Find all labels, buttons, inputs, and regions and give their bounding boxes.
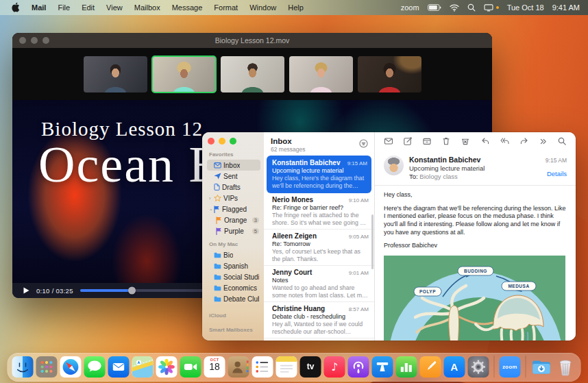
menu-item-file[interactable]: File: [58, 3, 70, 12]
reply-icon[interactable]: [480, 136, 490, 146]
search-icon[interactable]: [467, 3, 476, 12]
junk-icon[interactable]: [461, 136, 470, 146]
message-body: Hey class, Here's the diagram that we'll…: [375, 186, 576, 341]
screen-sharing-icon[interactable]: [484, 4, 493, 12]
message-row[interactable]: Darla Davidson8:55 AM Tomorrow's class A…: [264, 338, 374, 341]
message-row[interactable]: Aileen Zeigen9:05 AM Re: Tomorrow Yes, o…: [264, 230, 374, 266]
zoom-status-label[interactable]: zoom: [401, 3, 419, 12]
mail-toolbar: [375, 132, 576, 150]
archive-icon[interactable]: [422, 136, 432, 146]
details-link[interactable]: Details: [546, 170, 567, 177]
dock-icon-system-settings[interactable]: [468, 356, 489, 378]
dock-icon-podcasts[interactable]: [348, 356, 369, 378]
forward-icon[interactable]: [519, 136, 529, 146]
sidebar-section-favorites: Favorites: [209, 151, 260, 158]
dock-icon-finder[interactable]: [12, 356, 34, 378]
menu-item-view[interactable]: View: [106, 3, 123, 12]
get-mail-icon[interactable]: [384, 136, 393, 146]
dock-icon-pages[interactable]: [420, 356, 441, 378]
menu-item-mailbox[interactable]: Mailbox: [134, 3, 160, 12]
sidebar-folder-economics[interactable]: Economics: [207, 282, 260, 293]
menu-bar: Mail File Edit View Mailbox Message Form…: [0, 0, 588, 15]
sidebar-item-flag-orange[interactable]: Orange 3: [207, 214, 260, 225]
wifi-icon[interactable]: [450, 4, 459, 12]
reply-all-icon[interactable]: [500, 136, 510, 146]
dock-icon-downloads-folder[interactable]: [531, 356, 552, 378]
sidebar-item-flagged[interactable]: ⌄ Flagged: [207, 203, 260, 214]
more-toolbar-icon[interactable]: [539, 137, 548, 146]
play-icon[interactable]: [23, 284, 29, 297]
folder-icon: [214, 285, 221, 291]
sidebar-item-vips[interactable]: › VIPs: [207, 193, 260, 203]
filter-icon[interactable]: [359, 138, 368, 151]
participant-video-4[interactable]: [289, 56, 353, 92]
menu-item-app[interactable]: Mail: [32, 3, 46, 12]
dock-icon-app-store[interactable]: A: [444, 356, 465, 378]
dock-icon-safari[interactable]: [60, 356, 82, 378]
lifecycle-diagram-image[interactable]: POLYP BUDDING MEDUSA: [384, 256, 567, 341]
sidebar-folder-bio[interactable]: Bio: [207, 249, 260, 260]
menu-item-format[interactable]: Format: [214, 3, 238, 12]
dock-icon-trash[interactable]: [555, 356, 576, 378]
dock-icon-calendar[interactable]: OCT 18: [204, 356, 225, 378]
sidebar-item-flag-purple[interactable]: Purple 5: [207, 225, 260, 236]
menu-item-window[interactable]: Window: [249, 3, 276, 12]
search-icon[interactable]: [557, 136, 567, 146]
dock-icon-apple-tv[interactable]: tv: [300, 356, 321, 378]
sidebar-section-icloud[interactable]: iCloud: [209, 312, 260, 319]
sidebar-item-drafts[interactable]: Drafts: [207, 182, 260, 193]
video-call-strip: [12, 48, 492, 100]
participant-video-5[interactable]: [358, 56, 421, 92]
participant-video-2-active-speaker[interactable]: [152, 56, 216, 92]
dock-icon-music[interactable]: ♪: [324, 356, 345, 378]
dock-icon-numbers[interactable]: [396, 356, 417, 378]
message-row[interactable]: Jenny Court9:01 AM Notes Wanted to go ah…: [264, 266, 374, 302]
message-list-header: Inbox 62 messages: [264, 132, 374, 156]
sidebar-folder-spanish[interactable]: Spanish: [207, 260, 260, 271]
tv-label: tv: [300, 356, 321, 378]
delete-icon[interactable]: [441, 136, 451, 146]
sender-avatar[interactable]: [384, 156, 404, 175]
menu-item-edit[interactable]: Edit: [82, 3, 95, 12]
dock-icon-keynote[interactable]: [372, 356, 393, 378]
flag-orange-icon: [216, 217, 222, 224]
scrollbar-thumb[interactable]: [371, 214, 373, 269]
dock-icon-contacts[interactable]: [228, 356, 249, 378]
dock-icon-messages[interactable]: [84, 356, 106, 378]
progress-knob[interactable]: [128, 287, 136, 295]
chevron-down-icon[interactable]: ⌄: [209, 206, 214, 212]
dock-icon-maps[interactable]: [132, 356, 154, 378]
dock-icon-photos[interactable]: [156, 356, 177, 378]
mail-sidebar: Favorites Inbox Sent Drafts › VIPs: [202, 132, 264, 341]
menu-item-help[interactable]: Help: [288, 3, 304, 12]
message-row[interactable]: Nerio Mones9:10 AM Re: Fringe or barrier…: [264, 193, 374, 230]
message-detail-pane: Konstantin Babichev Upcoming lecture mat…: [375, 132, 576, 341]
calendar-day: 18: [204, 361, 225, 372]
message-row-selected[interactable]: Konstantin Babichev9:15 AM Upcoming lect…: [267, 156, 371, 193]
dock-icon-notes[interactable]: [276, 356, 297, 378]
video-window-title: Biology Lesson 12.mov: [12, 36, 492, 45]
battery-icon[interactable]: [428, 4, 441, 11]
menubar-time[interactable]: 9:41 AM: [552, 3, 580, 12]
dock-icon-reminders[interactable]: [252, 356, 273, 378]
sidebar-folder-social-studies[interactable]: Social Studies: [207, 271, 260, 282]
sidebar-section-smart-mailboxes[interactable]: Smart Mailboxes: [209, 327, 260, 333]
sidebar-item-sent[interactable]: Sent: [207, 171, 260, 182]
dock-icon-launchpad[interactable]: [36, 356, 58, 378]
window-traffic-lights[interactable]: [208, 138, 260, 145]
sidebar-item-inbox[interactable]: Inbox: [207, 160, 260, 171]
compose-icon[interactable]: [403, 136, 413, 146]
apple-menu-icon[interactable]: [11, 2, 20, 14]
menubar-date[interactable]: Tue Oct 18: [507, 3, 544, 12]
chevron-right-icon[interactable]: ›: [209, 196, 214, 201]
dock-separator: [526, 356, 526, 378]
dock-icon-mail[interactable]: [108, 356, 130, 378]
dock-icon-facetime[interactable]: [180, 356, 201, 378]
participant-video-1[interactable]: [84, 56, 147, 92]
message-row[interactable]: Christine Huang8:57 AM Debate club - res…: [264, 302, 374, 338]
menu-item-message[interactable]: Message: [172, 3, 203, 12]
dock-icon-zoom[interactable]: zoom: [500, 356, 521, 378]
video-window-titlebar[interactable]: Biology Lesson 12.mov: [12, 33, 492, 48]
participant-video-3[interactable]: [221, 56, 284, 92]
sidebar-folder-debate-club[interactable]: Debate Club: [207, 293, 260, 304]
